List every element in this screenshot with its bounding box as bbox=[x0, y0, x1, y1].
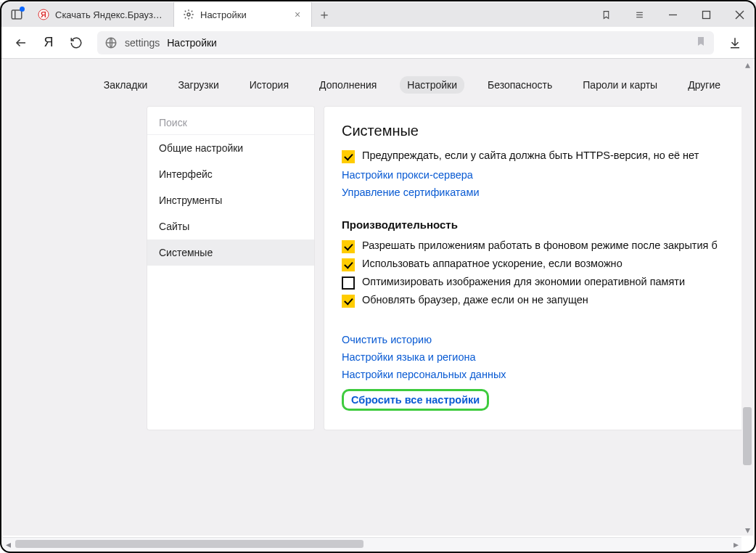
reset-settings-highlight: Сбросить все настройки bbox=[342, 389, 489, 411]
downloads-button[interactable] bbox=[723, 30, 747, 55]
window-minimize-button[interactable] bbox=[656, 2, 689, 27]
back-button[interactable] bbox=[9, 30, 33, 55]
tab-close-icon[interactable]: × bbox=[292, 9, 303, 20]
bookmark-icon[interactable] bbox=[695, 36, 707, 49]
section-title-performance: Производительность bbox=[342, 218, 736, 231]
sidebar-item-tools[interactable]: Инструменты bbox=[147, 187, 314, 213]
horizontal-scrollbar[interactable]: ◂ ▸ bbox=[2, 537, 741, 550]
collections-button[interactable] bbox=[589, 2, 623, 27]
settings-top-nav: Закладки Загрузки История Дополнения Нас… bbox=[2, 59, 754, 107]
nav-settings[interactable]: Настройки bbox=[400, 76, 464, 94]
language-region-link[interactable]: Настройки языка и региона bbox=[342, 351, 736, 363]
personal-data-link[interactable]: Настройки персональных данных bbox=[342, 369, 736, 380]
checkbox-label: Использовать аппаратное ускорение, если … bbox=[362, 258, 623, 269]
reload-button[interactable] bbox=[64, 30, 89, 55]
perf-optimize-images-row[interactable]: Оптимизировать изображения для экономии … bbox=[342, 276, 736, 290]
reset-all-settings-link[interactable]: Сбросить все настройки bbox=[351, 394, 480, 406]
scrollbar-thumb[interactable] bbox=[15, 540, 363, 548]
sidebar-item-general[interactable]: Общие настройки bbox=[147, 135, 314, 161]
perf-hardware-accel-row[interactable]: Использовать аппаратное ускорение, если … bbox=[342, 258, 736, 271]
nav-bookmarks[interactable]: Закладки bbox=[96, 76, 155, 94]
home-yandex-button[interactable]: Я bbox=[36, 30, 61, 55]
settings-main-panel: Системные Предупреждать, если у сайта до… bbox=[324, 107, 754, 430]
browser-tab[interactable]: Я Скачать Яндекс.Браузер д bbox=[29, 2, 174, 27]
menu-button[interactable] bbox=[623, 2, 656, 27]
window-close-button[interactable] bbox=[723, 2, 756, 27]
checkbox-label: Разрешать приложениям работать в фоновом… bbox=[362, 239, 718, 251]
nav-other[interactable]: Другие bbox=[681, 76, 728, 94]
nav-security[interactable]: Безопасность bbox=[480, 76, 559, 94]
checkbox-icon[interactable] bbox=[342, 240, 355, 253]
perf-update-background-row[interactable]: Обновлять браузер, даже если он не запущ… bbox=[342, 294, 736, 308]
section-title-system: Системные bbox=[342, 123, 736, 139]
url-host: settings bbox=[125, 37, 160, 49]
gear-favicon-icon bbox=[183, 9, 194, 20]
checkbox-icon[interactable] bbox=[342, 258, 355, 271]
scroll-down-icon[interactable]: ▾ bbox=[741, 524, 753, 536]
address-bar[interactable]: settings Настройки bbox=[97, 31, 714, 54]
svg-point-4 bbox=[187, 13, 190, 16]
checkbox-icon[interactable] bbox=[342, 276, 355, 290]
settings-page: Закладки Загрузки История Дополнения Нас… bbox=[2, 59, 754, 536]
nav-passwords[interactable]: Пароли и карты bbox=[575, 76, 665, 94]
window-maximize-button[interactable] bbox=[689, 2, 723, 27]
scroll-right-icon[interactable]: ▸ bbox=[730, 538, 741, 550]
sidebar-panel-toggle[interactable] bbox=[4, 2, 29, 27]
svg-text:Я: Я bbox=[41, 10, 46, 19]
tab-title: Скачать Яндекс.Браузер д bbox=[55, 9, 165, 20]
settings-sidebar: Поиск Общие настройки Интерфейс Инструме… bbox=[147, 107, 314, 430]
svg-rect-9 bbox=[702, 11, 710, 18]
sidebar-item-system[interactable]: Системные bbox=[147, 239, 314, 266]
checkbox-label: Предупреждать, если у сайта должна быть … bbox=[362, 149, 699, 161]
notification-dot bbox=[20, 7, 25, 12]
new-tab-button[interactable]: ＋ bbox=[312, 2, 337, 27]
site-settings-icon bbox=[104, 36, 118, 49]
settings-search-input[interactable]: Поиск bbox=[147, 111, 314, 135]
checkbox-icon[interactable] bbox=[342, 295, 355, 308]
sidebar-item-interface[interactable]: Интерфейс bbox=[147, 161, 314, 187]
nav-downloads[interactable]: Загрузки bbox=[170, 76, 226, 94]
yandex-favicon-icon: Я bbox=[38, 9, 49, 20]
sidebar-item-sites[interactable]: Сайты bbox=[147, 213, 314, 239]
https-warning-checkbox-row[interactable]: Предупреждать, если у сайта должна быть … bbox=[342, 149, 736, 163]
nav-history[interactable]: История bbox=[242, 76, 296, 94]
url-path: Настройки bbox=[167, 37, 217, 49]
svg-rect-0 bbox=[12, 10, 22, 19]
checkbox-label: Обновлять браузер, даже если он не запущ… bbox=[362, 294, 588, 306]
scroll-left-icon[interactable]: ◂ bbox=[2, 538, 14, 550]
scrollbar-thumb[interactable] bbox=[743, 407, 752, 465]
checkbox-icon[interactable] bbox=[342, 150, 355, 163]
proxy-settings-link[interactable]: Настройки прокси-сервера bbox=[342, 169, 736, 181]
clear-history-link[interactable]: Очистить историю bbox=[342, 334, 736, 345]
checkbox-label: Оптимизировать изображения для экономии … bbox=[362, 276, 685, 287]
scroll-up-icon[interactable]: ▴ bbox=[741, 59, 753, 70]
vertical-scrollbar[interactable]: ▴ ▾ bbox=[741, 59, 753, 536]
tab-title: Настройки bbox=[200, 9, 287, 20]
perf-background-apps-row[interactable]: Разрешать приложениям работать в фоновом… bbox=[342, 239, 736, 253]
nav-extensions[interactable]: Дополнения bbox=[312, 76, 384, 94]
browser-tab-active[interactable]: Настройки × bbox=[174, 2, 312, 27]
certificates-link[interactable]: Управление сертификатами bbox=[342, 187, 736, 198]
